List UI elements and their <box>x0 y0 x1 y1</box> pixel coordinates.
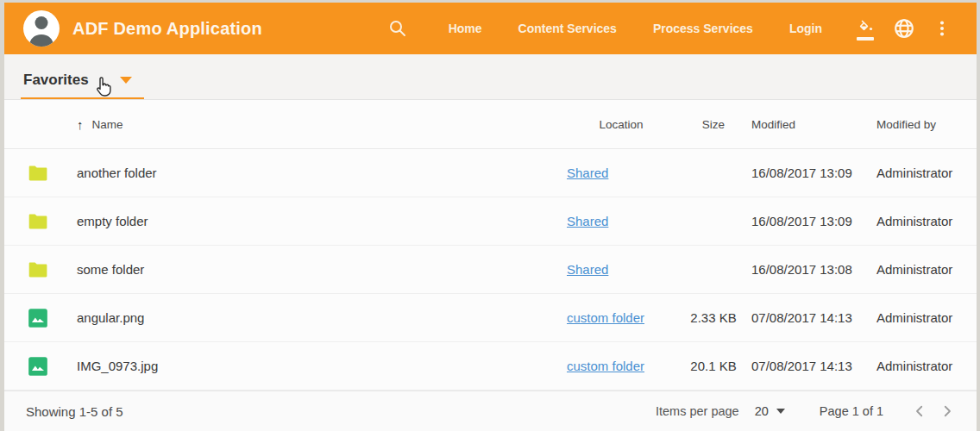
modified-by: Administrator <box>876 262 977 277</box>
nav-item-login[interactable]: Login <box>771 13 840 44</box>
modified-date: 07/08/2017 14:13 <box>751 310 876 325</box>
location-link[interactable]: Shared <box>567 214 608 228</box>
chevron-down-icon <box>776 409 785 414</box>
page-indicator: Page 1 of 1 <box>820 404 883 418</box>
app-header: ADF Demo Application Home Content Servic… <box>4 3 977 54</box>
folder-icon <box>27 210 49 233</box>
previous-page-button[interactable] <box>906 397 933 425</box>
size-column-header[interactable]: Size <box>675 118 751 131</box>
more-menu-button[interactable] <box>927 13 958 44</box>
table-row[interactable]: some folder Shared 16/08/2017 13:08 Admi… <box>4 246 977 294</box>
view-selector-bar: Favorites <box>4 54 977 100</box>
favorites-label: Favorites <box>23 72 89 89</box>
items-per-page-select[interactable]: 20 <box>755 404 785 418</box>
modified-by: Administrator <box>876 359 977 373</box>
pagination-footer: Showing 1-5 of 5 Items per page 20 Page … <box>4 390 977 431</box>
main-nav: Home Content Services Process Services L… <box>430 13 840 44</box>
file-type-cell <box>4 307 60 329</box>
file-name[interactable]: IMG_0973.jpg <box>60 359 565 373</box>
items-per-page-label: Items per page <box>656 404 739 418</box>
modified-date: 07/08/2017 14:13 <box>751 359 876 373</box>
file-name[interactable]: another folder <box>60 166 565 180</box>
nav-item-process-services[interactable]: Process Services <box>635 13 771 44</box>
sort-ascending-icon[interactable]: ↑ <box>77 117 84 132</box>
folder-icon <box>27 162 49 184</box>
items-per-page-value: 20 <box>755 404 769 418</box>
folder-icon <box>27 259 49 281</box>
name-column-header[interactable]: ↑ Name <box>60 117 565 132</box>
file-name[interactable]: angular.png <box>60 310 565 325</box>
modified-by: Administrator <box>876 166 977 180</box>
next-page-button[interactable] <box>933 397 961 425</box>
modified-date: 16/08/2017 13:09 <box>751 214 876 228</box>
paint-bucket-icon <box>856 18 876 39</box>
globe-icon <box>893 17 915 40</box>
theme-picker-button[interactable] <box>851 13 882 44</box>
file-type-cell <box>4 210 60 233</box>
document-list: ↑ Name Location Size Modified Modified b… <box>4 100 977 390</box>
modified-date: 16/08/2017 13:09 <box>751 166 876 180</box>
modified-by: Administrator <box>876 214 977 228</box>
location-link[interactable]: custom folder <box>567 310 644 325</box>
app-title: ADF Demo Application <box>72 19 262 39</box>
table-row[interactable]: IMG_0973.jpg custom folder 20.1 KB 07/08… <box>4 342 977 390</box>
file-size: 20.1 KB <box>675 359 751 373</box>
nav-item-content-services[interactable]: Content Services <box>500 13 635 44</box>
search-icon <box>387 18 408 39</box>
user-avatar[interactable] <box>23 10 60 47</box>
items-per-page: Items per page 20 <box>656 404 785 418</box>
favorites-dropdown[interactable]: Favorites <box>21 72 144 99</box>
location-link[interactable]: custom folder <box>567 359 644 373</box>
modified-date: 16/08/2017 13:08 <box>751 262 876 277</box>
table-header-row: ↑ Name Location Size Modified Modified b… <box>4 100 977 149</box>
modified-column-header[interactable]: Modified <box>751 118 876 131</box>
showing-count: Showing 1-5 of 5 <box>26 404 123 419</box>
file-name[interactable]: empty folder <box>60 214 565 228</box>
chevron-left-icon <box>912 403 927 419</box>
file-name[interactable]: some folder <box>60 262 565 277</box>
file-size: 2.33 KB <box>675 310 751 325</box>
language-button[interactable] <box>889 13 920 44</box>
table-row[interactable]: angular.png custom folder 2.33 KB 07/08/… <box>4 294 977 342</box>
file-type-cell <box>4 259 60 281</box>
theme-color-bar <box>857 37 874 41</box>
vertical-dots-icon <box>933 19 952 38</box>
name-header-label: Name <box>92 118 123 131</box>
modified-by: Administrator <box>876 310 977 325</box>
image-icon <box>27 355 49 378</box>
person-icon <box>23 10 60 47</box>
chevron-right-icon <box>939 403 955 419</box>
header-icon-group <box>851 13 958 44</box>
location-column-header[interactable]: Location <box>565 118 675 131</box>
location-link[interactable]: Shared <box>567 166 608 180</box>
adf-demo-app: ADF Demo Application Home Content Servic… <box>4 3 977 431</box>
pager-controls <box>906 397 961 425</box>
file-type-cell <box>4 355 60 378</box>
search-button[interactable] <box>382 13 413 44</box>
nav-item-home[interactable]: Home <box>430 13 500 44</box>
chevron-down-icon <box>120 77 132 84</box>
table-row[interactable]: another folder Shared 16/08/2017 13:09 A… <box>4 149 977 197</box>
image-icon <box>27 307 49 329</box>
modified-by-column-header[interactable]: Modified by <box>876 118 977 131</box>
location-link[interactable]: Shared <box>567 262 608 277</box>
file-type-cell <box>4 162 60 184</box>
table-row[interactable]: empty folder Shared 16/08/2017 13:09 Adm… <box>4 197 977 246</box>
